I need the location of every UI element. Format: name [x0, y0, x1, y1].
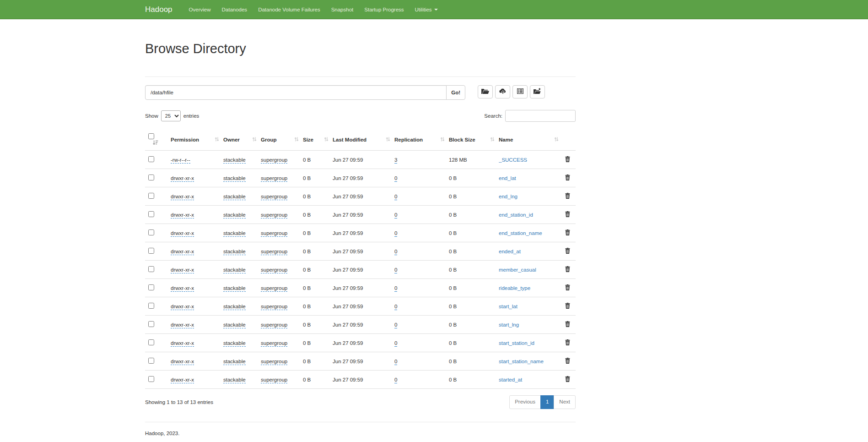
row-checkbox[interactable] [148, 284, 154, 290]
pagination-page-1[interactable]: 1 [540, 395, 554, 409]
search-input[interactable] [505, 110, 576, 122]
owner-value[interactable]: stackable [223, 322, 246, 328]
replication-value[interactable]: 0 [394, 340, 397, 347]
trash-icon[interactable] [565, 321, 570, 328]
nav-item-overview[interactable]: Overview [183, 0, 216, 19]
nav-item-snapshot[interactable]: Snapshot [326, 0, 359, 19]
replication-value[interactable]: 0 [394, 194, 397, 200]
trash-icon[interactable] [565, 175, 570, 181]
owner-value[interactable]: stackable [223, 304, 246, 310]
owner-value[interactable]: stackable [223, 194, 246, 200]
permission-value[interactable]: drwxr-xr-x [171, 359, 194, 365]
pagination-previous[interactable]: Previous [509, 395, 541, 409]
page-length-select[interactable]: 25 [161, 110, 181, 121]
group-value[interactable]: supergroup [261, 212, 287, 218]
nav-item-startup-progress[interactable]: Startup Progress [359, 0, 409, 19]
list-view-button[interactable] [512, 85, 528, 98]
group-value[interactable]: supergroup [261, 267, 287, 273]
group-value[interactable]: supergroup [261, 175, 287, 182]
permission-value[interactable]: drwxr-xr-x [171, 322, 194, 328]
file-name-link[interactable]: start_station_name [499, 359, 544, 364]
file-name-link[interactable]: started_at [499, 377, 522, 382]
group-value[interactable]: supergroup [261, 285, 287, 292]
permission-value[interactable]: drwxr-xr-x [171, 304, 194, 310]
go-button[interactable]: Go! [446, 85, 465, 100]
trash-icon[interactable] [565, 193, 570, 200]
replication-value[interactable]: 0 [394, 377, 397, 383]
row-checkbox[interactable] [148, 156, 154, 162]
permission-value[interactable]: drwxr-xr-x [171, 230, 194, 237]
permission-value[interactable]: drwxr-xr-x [171, 212, 194, 218]
group-value[interactable]: supergroup [261, 340, 287, 347]
replication-value[interactable]: 0 [394, 285, 397, 292]
replication-value[interactable]: 0 [394, 230, 397, 237]
permission-value[interactable]: drwxr-xr-x [171, 175, 194, 182]
nav-item-utilities-dropdown[interactable]: Utilities [410, 0, 443, 19]
nav-item-datanode-volume-failures[interactable]: Datanode Volume Failures [253, 0, 326, 19]
file-name-link[interactable]: _SUCCESS [499, 157, 527, 163]
permission-value[interactable]: drwxr-xr-x [171, 285, 194, 292]
replication-value[interactable]: 0 [394, 267, 397, 273]
replication-value[interactable]: 3 [394, 157, 397, 164]
owner-value[interactable]: stackable [223, 340, 246, 347]
file-name-link[interactable]: end_lng [499, 194, 518, 199]
group-value[interactable]: supergroup [261, 377, 287, 383]
column-header-group[interactable]: Group [261, 129, 303, 151]
replication-value[interactable]: 0 [394, 249, 397, 255]
row-checkbox[interactable] [148, 248, 154, 254]
trash-icon[interactable] [565, 156, 570, 163]
row-checkbox[interactable] [148, 211, 154, 217]
nav-item-datanodes[interactable]: Datanodes [216, 0, 253, 19]
file-name-link[interactable]: start_lat [499, 304, 518, 309]
replication-value[interactable]: 0 [394, 304, 397, 310]
column-header-name[interactable]: Name [499, 129, 563, 151]
trash-icon[interactable] [565, 376, 570, 383]
owner-value[interactable]: stackable [223, 249, 246, 255]
permission-value[interactable]: drwxr-xr-x [171, 340, 194, 347]
column-header-replication[interactable]: Replication [394, 129, 449, 151]
replication-value[interactable]: 0 [394, 212, 397, 218]
row-checkbox[interactable] [148, 321, 154, 327]
owner-value[interactable]: stackable [223, 285, 246, 292]
row-checkbox[interactable] [148, 339, 154, 345]
file-name-link[interactable]: start_lng [499, 322, 519, 327]
group-value[interactable]: supergroup [261, 249, 287, 255]
select-all-checkbox[interactable] [148, 133, 154, 139]
navbar-brand[interactable]: Hadoop [145, 5, 173, 14]
trash-icon[interactable] [565, 303, 570, 310]
sort-attributes-icon[interactable] [153, 141, 158, 146]
column-header-size[interactable]: Size [303, 129, 333, 151]
file-name-link[interactable]: member_casual [499, 267, 536, 273]
file-name-link[interactable]: ended_at [499, 249, 521, 254]
file-name-link[interactable]: start_station_id [499, 340, 534, 346]
owner-value[interactable]: stackable [223, 157, 246, 164]
upload-file-button[interactable] [495, 85, 510, 98]
row-checkbox[interactable] [148, 175, 154, 180]
pagination-next[interactable]: Next [554, 395, 576, 409]
group-value[interactable]: supergroup [261, 230, 287, 237]
permission-value[interactable]: drwxr-xr-x [171, 267, 194, 273]
group-value[interactable]: supergroup [261, 322, 287, 328]
file-name-link[interactable]: end_lat [499, 175, 516, 181]
replication-value[interactable]: 0 [394, 175, 397, 182]
trash-icon[interactable] [565, 248, 570, 255]
permission-value[interactable]: -rw-r--r-- [171, 157, 190, 164]
group-value[interactable]: supergroup [261, 194, 287, 200]
file-name-link[interactable]: rideable_type [499, 285, 530, 291]
owner-value[interactable]: stackable [223, 267, 246, 273]
owner-value[interactable]: stackable [223, 359, 246, 365]
file-name-link[interactable]: end_station_id [499, 212, 533, 218]
row-checkbox[interactable] [148, 193, 154, 199]
owner-value[interactable]: stackable [223, 230, 246, 237]
column-header-last-modified[interactable]: Last Modified [333, 129, 394, 151]
row-checkbox[interactable] [148, 376, 154, 382]
create-directory-button[interactable] [530, 85, 545, 98]
owner-value[interactable]: stackable [223, 175, 246, 182]
row-checkbox[interactable] [148, 266, 154, 272]
group-value[interactable]: supergroup [261, 157, 287, 164]
trash-icon[interactable] [565, 266, 570, 273]
replication-value[interactable]: 0 [394, 359, 397, 365]
owner-value[interactable]: stackable [223, 212, 246, 218]
directory-path-input[interactable] [145, 85, 447, 100]
row-checkbox[interactable] [148, 303, 154, 309]
